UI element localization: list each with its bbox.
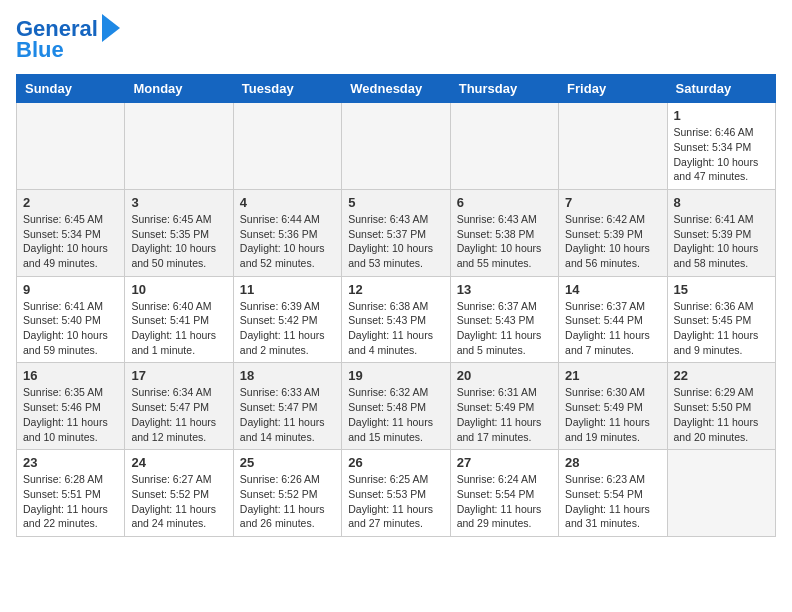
calendar-cell: 1Sunrise: 6:46 AMSunset: 5:34 PMDaylight… <box>667 103 775 190</box>
logo-arrow-icon <box>102 14 120 42</box>
calendar-cell: 27Sunrise: 6:24 AMSunset: 5:54 PMDayligh… <box>450 450 558 537</box>
calendar-cell: 25Sunrise: 6:26 AMSunset: 5:52 PMDayligh… <box>233 450 341 537</box>
day-info: Sunrise: 6:24 AMSunset: 5:54 PMDaylight:… <box>457 472 552 531</box>
calendar-cell: 22Sunrise: 6:29 AMSunset: 5:50 PMDayligh… <box>667 363 775 450</box>
day-info: Sunrise: 6:43 AMSunset: 5:38 PMDaylight:… <box>457 212 552 271</box>
logo: General Blue <box>16 16 120 62</box>
day-number: 3 <box>131 195 226 210</box>
calendar-body: 1Sunrise: 6:46 AMSunset: 5:34 PMDaylight… <box>17 103 776 537</box>
day-info: Sunrise: 6:41 AMSunset: 5:39 PMDaylight:… <box>674 212 769 271</box>
calendar-week-row: 2Sunrise: 6:45 AMSunset: 5:34 PMDaylight… <box>17 189 776 276</box>
calendar-week-row: 16Sunrise: 6:35 AMSunset: 5:46 PMDayligh… <box>17 363 776 450</box>
day-info: Sunrise: 6:32 AMSunset: 5:48 PMDaylight:… <box>348 385 443 444</box>
header: General Blue <box>16 16 776 62</box>
day-number: 5 <box>348 195 443 210</box>
day-info: Sunrise: 6:40 AMSunset: 5:41 PMDaylight:… <box>131 299 226 358</box>
day-info: Sunrise: 6:44 AMSunset: 5:36 PMDaylight:… <box>240 212 335 271</box>
day-info: Sunrise: 6:37 AMSunset: 5:44 PMDaylight:… <box>565 299 660 358</box>
calendar: SundayMondayTuesdayWednesdayThursdayFrid… <box>16 74 776 537</box>
day-number: 13 <box>457 282 552 297</box>
calendar-cell: 6Sunrise: 6:43 AMSunset: 5:38 PMDaylight… <box>450 189 558 276</box>
calendar-cell: 2Sunrise: 6:45 AMSunset: 5:34 PMDaylight… <box>17 189 125 276</box>
day-number: 17 <box>131 368 226 383</box>
day-number: 1 <box>674 108 769 123</box>
day-info: Sunrise: 6:37 AMSunset: 5:43 PMDaylight:… <box>457 299 552 358</box>
weekday-header-cell: Thursday <box>450 75 558 103</box>
day-info: Sunrise: 6:27 AMSunset: 5:52 PMDaylight:… <box>131 472 226 531</box>
calendar-cell <box>233 103 341 190</box>
day-info: Sunrise: 6:39 AMSunset: 5:42 PMDaylight:… <box>240 299 335 358</box>
day-info: Sunrise: 6:33 AMSunset: 5:47 PMDaylight:… <box>240 385 335 444</box>
day-info: Sunrise: 6:38 AMSunset: 5:43 PMDaylight:… <box>348 299 443 358</box>
calendar-cell: 5Sunrise: 6:43 AMSunset: 5:37 PMDaylight… <box>342 189 450 276</box>
day-number: 2 <box>23 195 118 210</box>
day-number: 26 <box>348 455 443 470</box>
day-number: 21 <box>565 368 660 383</box>
day-info: Sunrise: 6:41 AMSunset: 5:40 PMDaylight:… <box>23 299 118 358</box>
day-number: 19 <box>348 368 443 383</box>
day-info: Sunrise: 6:43 AMSunset: 5:37 PMDaylight:… <box>348 212 443 271</box>
weekday-header-row: SundayMondayTuesdayWednesdayThursdayFrid… <box>17 75 776 103</box>
day-number: 27 <box>457 455 552 470</box>
calendar-cell: 23Sunrise: 6:28 AMSunset: 5:51 PMDayligh… <box>17 450 125 537</box>
day-number: 20 <box>457 368 552 383</box>
day-info: Sunrise: 6:35 AMSunset: 5:46 PMDaylight:… <box>23 385 118 444</box>
day-number: 15 <box>674 282 769 297</box>
weekday-header-cell: Saturday <box>667 75 775 103</box>
calendar-week-row: 23Sunrise: 6:28 AMSunset: 5:51 PMDayligh… <box>17 450 776 537</box>
day-info: Sunrise: 6:46 AMSunset: 5:34 PMDaylight:… <box>674 125 769 184</box>
calendar-cell: 24Sunrise: 6:27 AMSunset: 5:52 PMDayligh… <box>125 450 233 537</box>
calendar-cell: 16Sunrise: 6:35 AMSunset: 5:46 PMDayligh… <box>17 363 125 450</box>
calendar-cell <box>450 103 558 190</box>
day-info: Sunrise: 6:42 AMSunset: 5:39 PMDaylight:… <box>565 212 660 271</box>
weekday-header-cell: Sunday <box>17 75 125 103</box>
calendar-week-row: 1Sunrise: 6:46 AMSunset: 5:34 PMDaylight… <box>17 103 776 190</box>
calendar-cell: 9Sunrise: 6:41 AMSunset: 5:40 PMDaylight… <box>17 276 125 363</box>
calendar-cell: 3Sunrise: 6:45 AMSunset: 5:35 PMDaylight… <box>125 189 233 276</box>
day-number: 9 <box>23 282 118 297</box>
calendar-cell: 20Sunrise: 6:31 AMSunset: 5:49 PMDayligh… <box>450 363 558 450</box>
day-info: Sunrise: 6:34 AMSunset: 5:47 PMDaylight:… <box>131 385 226 444</box>
calendar-cell: 14Sunrise: 6:37 AMSunset: 5:44 PMDayligh… <box>559 276 667 363</box>
day-number: 7 <box>565 195 660 210</box>
day-number: 23 <box>23 455 118 470</box>
calendar-cell <box>667 450 775 537</box>
day-number: 8 <box>674 195 769 210</box>
calendar-cell: 26Sunrise: 6:25 AMSunset: 5:53 PMDayligh… <box>342 450 450 537</box>
weekday-header-cell: Wednesday <box>342 75 450 103</box>
calendar-cell: 4Sunrise: 6:44 AMSunset: 5:36 PMDaylight… <box>233 189 341 276</box>
calendar-cell <box>125 103 233 190</box>
day-number: 18 <box>240 368 335 383</box>
day-info: Sunrise: 6:28 AMSunset: 5:51 PMDaylight:… <box>23 472 118 531</box>
calendar-cell: 7Sunrise: 6:42 AMSunset: 5:39 PMDaylight… <box>559 189 667 276</box>
calendar-cell <box>559 103 667 190</box>
day-number: 28 <box>565 455 660 470</box>
calendar-cell: 17Sunrise: 6:34 AMSunset: 5:47 PMDayligh… <box>125 363 233 450</box>
day-info: Sunrise: 6:26 AMSunset: 5:52 PMDaylight:… <box>240 472 335 531</box>
day-number: 14 <box>565 282 660 297</box>
calendar-cell <box>342 103 450 190</box>
day-number: 25 <box>240 455 335 470</box>
day-number: 6 <box>457 195 552 210</box>
day-info: Sunrise: 6:30 AMSunset: 5:49 PMDaylight:… <box>565 385 660 444</box>
calendar-cell: 11Sunrise: 6:39 AMSunset: 5:42 PMDayligh… <box>233 276 341 363</box>
day-info: Sunrise: 6:29 AMSunset: 5:50 PMDaylight:… <box>674 385 769 444</box>
calendar-cell: 21Sunrise: 6:30 AMSunset: 5:49 PMDayligh… <box>559 363 667 450</box>
day-info: Sunrise: 6:45 AMSunset: 5:34 PMDaylight:… <box>23 212 118 271</box>
day-number: 16 <box>23 368 118 383</box>
calendar-cell: 28Sunrise: 6:23 AMSunset: 5:54 PMDayligh… <box>559 450 667 537</box>
day-number: 11 <box>240 282 335 297</box>
day-info: Sunrise: 6:36 AMSunset: 5:45 PMDaylight:… <box>674 299 769 358</box>
day-info: Sunrise: 6:25 AMSunset: 5:53 PMDaylight:… <box>348 472 443 531</box>
calendar-cell <box>17 103 125 190</box>
day-number: 24 <box>131 455 226 470</box>
day-info: Sunrise: 6:45 AMSunset: 5:35 PMDaylight:… <box>131 212 226 271</box>
day-number: 10 <box>131 282 226 297</box>
calendar-cell: 19Sunrise: 6:32 AMSunset: 5:48 PMDayligh… <box>342 363 450 450</box>
weekday-header-cell: Friday <box>559 75 667 103</box>
day-number: 4 <box>240 195 335 210</box>
day-number: 22 <box>674 368 769 383</box>
calendar-cell: 13Sunrise: 6:37 AMSunset: 5:43 PMDayligh… <box>450 276 558 363</box>
calendar-cell: 10Sunrise: 6:40 AMSunset: 5:41 PMDayligh… <box>125 276 233 363</box>
calendar-cell: 8Sunrise: 6:41 AMSunset: 5:39 PMDaylight… <box>667 189 775 276</box>
